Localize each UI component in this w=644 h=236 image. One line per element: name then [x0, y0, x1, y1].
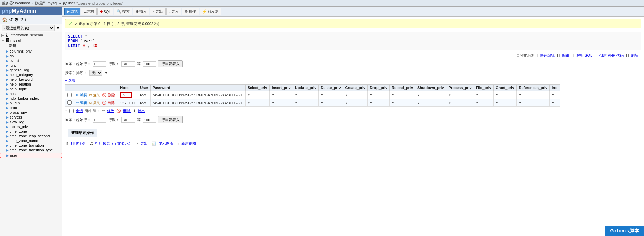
row2-delete-link[interactable]: 删除: [108, 101, 115, 105]
start-row-input2[interactable]: [93, 117, 106, 123]
col-header-drop[interactable]: Drop_priv: [368, 85, 390, 91]
row1-copy-link[interactable]: ⧉ 复制: [89, 93, 100, 97]
options-bar: □ 性能分析 [ 快速编辑 ] [ 编辑 ] [ 解析 SQL ] [ 创建 P…: [62, 52, 644, 59]
toolbar-search-btn[interactable]: 🔍 搜索: [114, 8, 132, 15]
select-all-link[interactable]: 全选: [76, 108, 83, 113]
toolbar-structure-btn[interactable]: ≡ 结构: [81, 8, 97, 15]
sql-box: SELECT * FROM `user` LIMIT 0 , 30: [65, 32, 641, 50]
row1-host-input[interactable]: [120, 92, 132, 98]
table-item-new[interactable]: + 新建: [0, 43, 62, 49]
col-header-process[interactable]: Process_priv: [446, 85, 474, 91]
help-icon[interactable]: ?: [20, 17, 23, 22]
plus-icon[interactable]: +: [24, 17, 27, 22]
table-item-func[interactable]: ▶func: [0, 63, 62, 68]
col-header-update[interactable]: Update_priv: [293, 85, 319, 91]
table-item-help_relation[interactable]: ▶help_relation: [0, 82, 62, 87]
toolbar-export-btn[interactable]: ↑ 导出: [150, 8, 166, 15]
row1-checkbox[interactable]: [67, 93, 72, 97]
table-item-ndb_binlog_index[interactable]: ▶ndb_binlog_index: [0, 96, 62, 101]
table-icon: ▶: [6, 82, 9, 86]
row2-copy-link[interactable]: ⧉ 复制: [89, 101, 100, 105]
table-item-help_category[interactable]: ▶help_category: [0, 72, 62, 77]
table-item-time_zone[interactable]: ▶time_zone: [0, 129, 62, 134]
per-page-input[interactable]: [143, 61, 156, 67]
repeat-header-btn[interactable]: 行重复表头: [158, 60, 183, 67]
db-item-information_schema[interactable]: ▶ 🗄 information_schema: [0, 32, 62, 38]
start-row-input[interactable]: [93, 61, 106, 67]
table-item-proc[interactable]: ▶proc: [0, 105, 62, 110]
toolbar-import-btn[interactable]: ↓ 导入: [166, 8, 182, 15]
table-item-help_keyword[interactable]: ▶help_keyword: [0, 77, 62, 82]
row-count-input2[interactable]: [121, 117, 135, 123]
plus-options[interactable]: + 选项: [62, 77, 644, 84]
row1-edit-link[interactable]: ✏ 编辑: [76, 93, 87, 97]
delete-link[interactable]: 删除: [123, 108, 131, 113]
table-item-tables_priv[interactable]: ▶tables_priv: [0, 124, 62, 129]
table-item-time_zone_transition_type[interactable]: ▶time_zone_transition_type: [0, 148, 62, 153]
new-view-link[interactable]: 新建视图: [181, 141, 196, 146]
plus-options-link[interactable]: + 选项: [65, 78, 75, 82]
table-item-general_log[interactable]: ▶general_log: [0, 68, 62, 72]
print-preview-link[interactable]: 打印预览: [71, 141, 85, 146]
quick-edit-link[interactable]: 快速编辑: [540, 53, 555, 58]
col-header-shutdown[interactable]: Shutdown_priv: [415, 85, 446, 91]
toolbar-browse-btn[interactable]: ▶ 浏览: [64, 8, 80, 15]
toolbar-triggers-btn[interactable]: ⚡ 触发器: [200, 8, 221, 15]
table-item-slow_log[interactable]: ▶slow_log: [0, 120, 62, 124]
config-icon[interactable]: ⚙: [14, 17, 19, 22]
repeat-header-btn2[interactable]: 行重复表头: [158, 116, 183, 123]
col-header-file[interactable]: File_priv: [474, 85, 493, 91]
table-item-help_topic[interactable]: ▶help_topic: [0, 87, 62, 91]
table-item-servers[interactable]: ▶servers: [0, 115, 62, 120]
export-link[interactable]: 导出: [138, 108, 145, 113]
col-header-reload[interactable]: Reload_priv: [390, 85, 415, 91]
parse-sql-link[interactable]: 解析 SQL: [576, 53, 592, 58]
recent-tables-select[interactable]: (最近使用的表)...: [2, 25, 55, 31]
pencil-icon: ✏: [102, 109, 105, 113]
browse-icon: ▶: [67, 9, 70, 14]
col-header-grant[interactable]: Grant_priv: [493, 85, 516, 91]
col-header-password[interactable]: Password: [150, 85, 245, 91]
row1-select: Y: [245, 91, 270, 99]
table-icon: ▶: [6, 120, 9, 124]
row-count-input[interactable]: [121, 61, 135, 67]
table-item-time_zone_name[interactable]: ▶time_zone_name: [0, 138, 62, 143]
create-php-link[interactable]: 创建 PHP 代码: [599, 53, 624, 58]
col-header-ind[interactable]: Ind: [550, 85, 560, 91]
db-item-mysql[interactable]: ▼ 🗄 mysql + 新建 ▶columns_priv ▶db ▶event …: [0, 38, 62, 158]
col-header-actions: [74, 85, 118, 91]
row2-edit-link[interactable]: ✏ 编辑: [76, 101, 87, 105]
row1-delete-link[interactable]: 删除: [108, 93, 115, 97]
modify-link[interactable]: 修改: [107, 108, 114, 113]
table-item-user[interactable]: ▶ user: [0, 153, 62, 158]
toolbar-operations-btn[interactable]: ⚙ 操作: [182, 8, 199, 15]
col-header-select[interactable]: Select_priv: [245, 85, 270, 91]
print-full-link[interactable]: 打印预览（全文显示）: [95, 141, 132, 146]
export-bottom-link[interactable]: 导出: [140, 141, 148, 146]
sort-select[interactable]: 无: [89, 70, 102, 76]
row2-checkbox[interactable]: [67, 100, 72, 105]
refresh-icon[interactable]: ↺: [9, 17, 13, 22]
table-item-time_zone_leap_second[interactable]: ▶time_zone_leap_second: [0, 134, 62, 138]
col-header-delete[interactable]: Delete_priv: [319, 85, 343, 91]
col-header-create[interactable]: Create_priv: [343, 85, 368, 91]
table-item-procs_priv[interactable]: ▶procs_priv: [0, 110, 62, 115]
col-header-host[interactable]: Host: [118, 85, 138, 91]
edit-link[interactable]: 编辑: [562, 53, 569, 58]
table-item-columns_priv[interactable]: ▶columns_priv: [0, 49, 62, 54]
col-header-references[interactable]: References_priv: [516, 85, 550, 91]
table-item-host[interactable]: ▶host: [0, 91, 62, 96]
table-item-event[interactable]: ▶event: [0, 58, 62, 63]
home-icon[interactable]: 🏠: [2, 17, 8, 22]
toolbar-sql-btn[interactable]: ◆ SQL: [97, 8, 113, 15]
show-chart-link[interactable]: 显示图表: [158, 141, 173, 146]
col-header-insert[interactable]: Insert_priv: [270, 85, 293, 91]
refresh-link[interactable]: 刷新: [631, 53, 638, 58]
select-all-checkbox[interactable]: [69, 109, 74, 113]
per-page-input2[interactable]: [143, 117, 156, 123]
table-item-plugin[interactable]: ▶plugin: [0, 101, 62, 105]
table-item-db[interactable]: ▶db: [0, 54, 62, 58]
table-item-time_zone_transition[interactable]: ▶time_zone_transition: [0, 143, 62, 148]
col-header-user[interactable]: User: [138, 85, 150, 91]
toolbar-insert-btn[interactable]: ⊕ 插入: [133, 8, 149, 15]
